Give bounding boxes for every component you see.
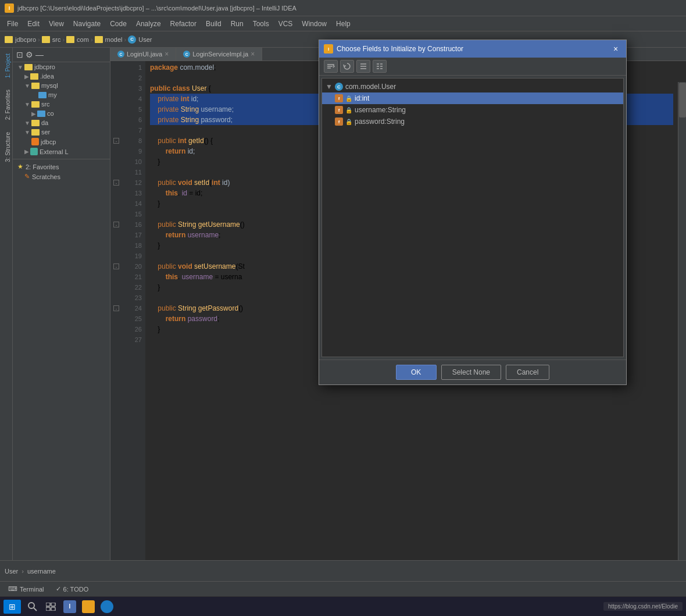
gutter-15 (110, 209, 122, 219)
dialog-columns-button[interactable] (373, 60, 387, 73)
tree-item-my[interactable]: my (13, 90, 110, 99)
tree-favorites-section: ★ 2: Favorites ✎ Scratches (13, 159, 110, 181)
dialog-title-icon: I (324, 44, 333, 54)
taskbar-task-view[interactable] (44, 600, 58, 614)
start-button[interactable]: ⊞ (3, 600, 21, 614)
menu-bar: File Edit View Navigate Code Analyze Ref… (0, 16, 686, 31)
tab-todo-label: 6: TODO (63, 586, 89, 593)
tree-item-idea[interactable]: ▶ .idea (13, 72, 110, 81)
dialog-sort-button[interactable] (324, 60, 338, 73)
tree-item-jdbcp[interactable]: jdbcp (13, 137, 110, 147)
menu-window[interactable]: Window (297, 19, 331, 29)
tree-item-da[interactable]: ▼ da (13, 118, 110, 127)
tree-label-idea: .idea (40, 73, 54, 80)
dialog-field-username-icon: f (335, 106, 343, 114)
tree-label-favorites: 2: Favorites (26, 163, 59, 170)
dialog-field-password[interactable]: f 🔒 password:String (322, 116, 623, 127)
gutter-20: - (110, 261, 122, 272)
menu-vcs[interactable]: VCS (274, 19, 298, 29)
bottom-username: username (27, 568, 56, 575)
menu-refactor[interactable]: Refactor (166, 19, 201, 29)
taskbar-ie[interactable] (100, 600, 114, 614)
tree-arrow-external: ▶ (24, 148, 29, 155)
menu-view[interactable]: View (44, 19, 69, 29)
breadcrumb-src-icon (42, 36, 50, 43)
tab-terminal[interactable]: ⌨ Terminal (2, 584, 50, 594)
dialog-field-id[interactable]: f 🔒 id:int (322, 92, 623, 104)
menu-analyze[interactable]: Analyze (131, 19, 166, 29)
tree-item-jdbcpro[interactable]: ▼ jdbcpro (13, 62, 110, 72)
tab-icon-loginui: C (117, 51, 124, 58)
fold-20[interactable]: - (113, 264, 119, 269)
vertical-scrollbar[interactable] (678, 82, 686, 560)
dialog-lock-id-icon: 🔒 (345, 95, 352, 102)
side-tab-favorites[interactable]: 2: Favorites (0, 84, 12, 126)
project-tree: ⊡ ⚙ — ▼ jdbcpro ▶ .idea ▼ mysql my ▼ (13, 48, 110, 560)
dialog-field-username[interactable]: f 🔒 username:String (322, 104, 623, 116)
breadcrumb-user[interactable]: User (138, 36, 152, 43)
menu-run[interactable]: Run (226, 19, 248, 29)
fold-12[interactable]: - (113, 180, 119, 186)
gutter-4 (110, 94, 122, 104)
taskbar-search[interactable] (26, 600, 40, 614)
tree-settings-icon[interactable]: ⚙ (26, 50, 33, 59)
gutter-22 (110, 282, 122, 293)
menu-build[interactable]: Build (201, 19, 226, 29)
tab-close-loginservice[interactable]: × (251, 50, 255, 58)
tree-minimize-icon[interactable]: — (35, 50, 44, 59)
taskbar-explorer[interactable] (81, 600, 95, 614)
dialog-cancel-button[interactable]: Cancel (506, 365, 549, 380)
breadcrumb-model[interactable]: model (105, 36, 123, 43)
tree-item-co[interactable]: ▶ co (13, 109, 110, 118)
tree-item-ser[interactable]: ▼ ser (13, 127, 110, 137)
dialog-root-class-icon: C (335, 83, 343, 91)
fold-24[interactable]: - (113, 305, 119, 311)
dialog-align-button[interactable] (356, 60, 370, 73)
tree-item-src[interactable]: ▼ src (13, 99, 110, 109)
menu-edit[interactable]: Edit (23, 19, 44, 29)
dialog-ok-button[interactable]: OK (396, 365, 437, 380)
menu-code[interactable]: Code (105, 19, 131, 29)
tab-close-loginui[interactable]: × (165, 50, 169, 58)
dialog-title-bar: I Choose Fields to Initialize by Constru… (319, 40, 626, 58)
tab-loginui[interactable]: C LoginUI.java × (110, 48, 176, 60)
menu-navigate[interactable]: Navigate (69, 19, 105, 29)
side-tab-structure[interactable]: 3: Structure (0, 126, 12, 168)
breadcrumb-com-icon (66, 36, 74, 43)
tree-item-favorites[interactable]: ★ 2: Favorites (13, 162, 110, 172)
bottom-arrow: › (22, 568, 24, 575)
dialog-select-none-button[interactable]: Select None (441, 365, 501, 380)
tree-expand-icon[interactable]: ⊡ (16, 50, 23, 59)
side-tab-project[interactable]: 1: Project (0, 48, 12, 84)
ie-icon (101, 600, 113, 613)
tab-loginservice[interactable]: C LoginServiceImpl.ja × (176, 48, 262, 60)
gutter-23 (110, 293, 122, 303)
fold-8[interactable]: - (113, 138, 119, 144)
gutter-18 (110, 240, 122, 251)
tree-icon-external (30, 148, 38, 155)
tree-item-scratches[interactable]: ✎ Scratches (13, 172, 110, 181)
tree-folder-idea (30, 73, 38, 80)
breadcrumb-src[interactable]: src (52, 36, 61, 43)
gutter-10 (110, 156, 122, 167)
menu-tools[interactable]: Tools (248, 19, 274, 29)
breadcrumb-jdbcpro[interactable]: jdbcpro (15, 36, 36, 43)
tree-item-external[interactable]: ▶ External L (13, 147, 110, 156)
tree-item-mysql[interactable]: ▼ mysql (13, 81, 110, 90)
favorites-star-icon: ★ (17, 163, 23, 170)
gutter-5 (110, 104, 122, 115)
dialog-refresh-button[interactable] (340, 60, 354, 73)
scroll-thumb[interactable] (679, 83, 686, 117)
breadcrumb-com[interactable]: com (77, 36, 89, 43)
gutter-19 (110, 251, 122, 261)
fold-16[interactable]: - (113, 222, 119, 227)
dialog-close-button[interactable]: × (610, 43, 621, 55)
menu-file[interactable]: File (2, 19, 23, 29)
dialog-tree-root[interactable]: ▼ C com.model.User (322, 81, 623, 92)
svg-point-0 (28, 603, 34, 608)
tab-todo[interactable]: ✓ 6: TODO (50, 584, 95, 594)
taskbar-intellij[interactable]: I (63, 600, 77, 614)
tree-label-ser: ser (41, 129, 50, 136)
dialog-field-id-label: id:int (355, 94, 369, 102)
menu-help[interactable]: Help (331, 19, 355, 29)
